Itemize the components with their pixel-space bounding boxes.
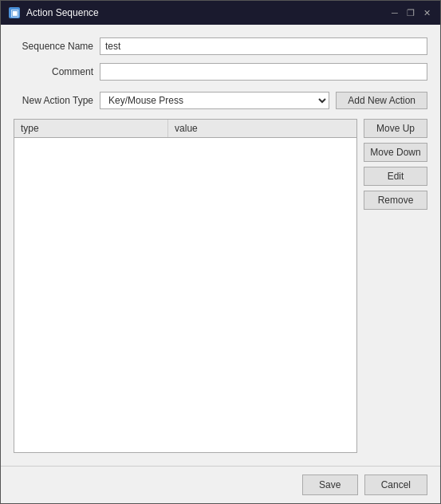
window-content: Sequence Name Comment New Action Type Ke… [1, 25, 440, 466]
comment-label: Comment [14, 66, 93, 77]
col-header-value: value [168, 120, 356, 137]
window-icon: ▣ [9, 7, 20, 18]
title-bar: ▣ Action Sequence ─ ❐ ✕ [1, 1, 440, 25]
action-table: type value [14, 119, 357, 453]
save-button[interactable]: Save [302, 474, 358, 495]
title-bar-controls: ─ ❐ ✕ [389, 7, 432, 18]
main-area: type value Move Up Move Down Edit Remove [14, 119, 427, 453]
comment-input[interactable] [100, 63, 427, 81]
action-type-select[interactable]: Key/Mouse Press [100, 92, 329, 109]
sequence-name-input[interactable] [100, 37, 427, 55]
action-sequence-window: ▣ Action Sequence ─ ❐ ✕ Sequence Name Co… [0, 0, 441, 504]
col-header-type: type [14, 120, 168, 137]
close-button[interactable]: ✕ [421, 7, 432, 18]
edit-button[interactable]: Edit [364, 167, 427, 186]
table-header: type value [14, 120, 356, 138]
sequence-name-row: Sequence Name [14, 37, 427, 55]
remove-button[interactable]: Remove [364, 191, 427, 210]
side-buttons: Move Up Move Down Edit Remove [364, 119, 427, 453]
sequence-name-label: Sequence Name [14, 41, 93, 52]
restore-button[interactable]: ❐ [405, 7, 416, 18]
comment-row: Comment [14, 63, 427, 81]
cancel-button[interactable]: Cancel [364, 474, 427, 495]
table-body[interactable] [14, 138, 356, 452]
bottom-bar: Save Cancel [1, 466, 440, 503]
add-new-action-button[interactable]: Add New Action [336, 92, 427, 109]
minimize-button[interactable]: ─ [389, 7, 400, 18]
title-bar-left: ▣ Action Sequence [9, 7, 99, 18]
new-action-type-row: New Action Type Key/Mouse Press Add New … [14, 92, 427, 109]
move-down-button[interactable]: Move Down [364, 143, 427, 162]
move-up-button[interactable]: Move Up [364, 119, 427, 138]
new-action-type-label: New Action Type [14, 95, 93, 106]
window-title: Action Sequence [26, 7, 99, 18]
